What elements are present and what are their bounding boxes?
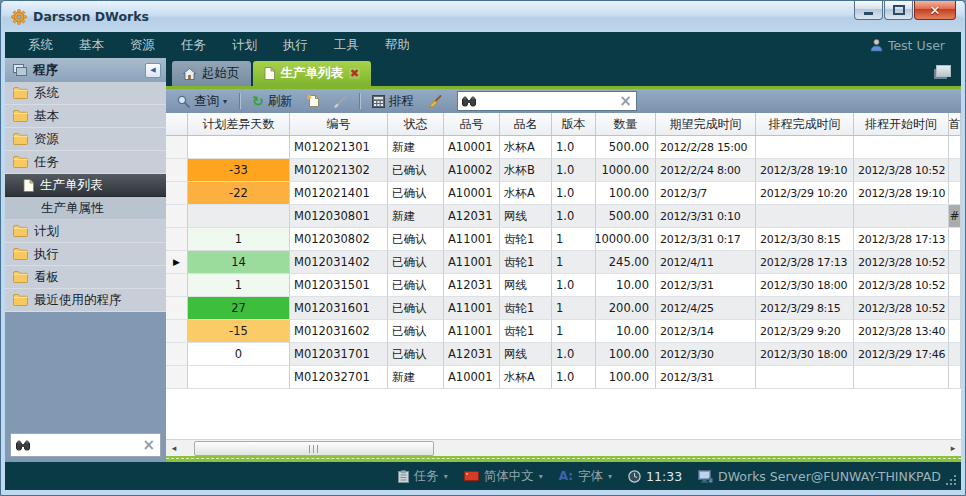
scrollbar-track[interactable]	[182, 440, 945, 456]
folder-icon	[13, 156, 28, 168]
sidebar-item[interactable]: 执行	[5, 243, 166, 266]
tab-inactive[interactable]: 起始页	[172, 61, 251, 86]
sidebar-item[interactable]: 看板	[5, 266, 166, 289]
sidebar-item[interactable]: 资源	[5, 128, 166, 151]
sidebar-item[interactable]: 任务	[5, 151, 166, 174]
column-header[interactable]: 排程完成时间	[756, 113, 854, 135]
tab-active[interactable]: 生产单列表✖	[253, 61, 372, 86]
table-cell: #	[949, 205, 961, 228]
table-cell: 2012/3/7	[656, 182, 756, 205]
menu-item[interactable]: 基本	[66, 37, 117, 54]
query-dropdown-caret-icon[interactable]: ▾	[223, 97, 227, 106]
table-row[interactable]: M012032701新建A10001水杯A1.0100.002012/3/31	[166, 366, 961, 389]
production-order-grid: 计划差异天数编号状态品号品名版本数量期望完成时间排程完成时间排程开始时间首 M0…	[166, 113, 961, 439]
row-indicator-cell	[166, 159, 188, 182]
edit-button[interactable]	[329, 93, 352, 110]
status-bar: 任务 ▾ 简体中文 ▾ A: 字体 ▾	[5, 462, 961, 490]
sidebar-item[interactable]: 基本	[5, 105, 166, 128]
menu-item[interactable]: 工具	[321, 37, 372, 54]
status-font-menu[interactable]: A: 字体 ▾	[559, 468, 612, 485]
diff-days-cell: -15	[188, 320, 290, 343]
menu-item[interactable]: 帮助	[372, 37, 423, 54]
table-cell: 2012/3/30 18:00	[756, 274, 854, 297]
table-cell: M012031501	[290, 274, 388, 297]
row-indicator-cell	[166, 297, 188, 320]
close-button[interactable]: ✕	[914, 1, 956, 20]
menu-item[interactable]: 系统	[15, 37, 66, 54]
column-header[interactable]: 状态	[388, 113, 444, 135]
toolbar-search-input[interactable]	[480, 93, 615, 109]
scroll-right-arrow-icon[interactable]: ▸	[945, 440, 961, 456]
horizontal-scrollbar[interactable]: ◂ ▸	[166, 439, 961, 456]
menu-item[interactable]: 执行	[270, 37, 321, 54]
column-header[interactable]: 排程开始时间	[854, 113, 949, 135]
sidebar-search-input[interactable]	[35, 437, 137, 453]
column-header[interactable]: 期望完成时间	[656, 113, 756, 135]
sidebar-item-label: 最近使用的程序	[34, 292, 122, 309]
query-button[interactable]: 查询 ▾	[172, 91, 232, 112]
table-row[interactable]: -33M012021302已确认A10002水杯B1.01000.002012/…	[166, 159, 961, 182]
table-cell: 2012/3/29 9:20	[756, 320, 854, 343]
sidebar-item-label: 生产单列表	[40, 177, 103, 194]
sidebar-item[interactable]: 计划	[5, 220, 166, 243]
status-server-name: DWorks Server@FUNWAY-THINKPAD	[718, 469, 941, 484]
column-header[interactable]: 编号	[290, 113, 388, 135]
table-cell: 新建	[388, 205, 444, 228]
status-language-menu[interactable]: 简体中文 ▾	[464, 468, 543, 485]
table-row[interactable]: ▶14M012031402已确认A11001齿轮11245.002012/4/1…	[166, 251, 961, 274]
clean-button[interactable]	[423, 93, 447, 110]
sidebar-item[interactable]: 系统	[5, 82, 166, 105]
column-header[interactable]: 数量	[596, 113, 656, 135]
restore-button[interactable]	[884, 1, 913, 20]
column-header[interactable]: 品号	[444, 113, 500, 135]
menu-item[interactable]: 任务	[168, 37, 219, 54]
new-document-icon	[307, 94, 320, 108]
toolbar-search-clear-icon[interactable]: ×	[619, 94, 632, 108]
table-row[interactable]: 1M012031501已确认A12031网线1.010.002012/3/312…	[166, 274, 961, 297]
tab-close-icon[interactable]: ✖	[349, 68, 360, 79]
column-header[interactable]: 首	[949, 113, 961, 135]
user-indicator[interactable]: Test User	[870, 38, 951, 53]
scrollbar-grip-icon	[309, 445, 320, 453]
table-row[interactable]: 0M012031701已确认A12031网线1.0100.002012/3/30…	[166, 343, 961, 366]
table-cell: A10001	[444, 182, 500, 205]
schedule-label: 排程	[389, 93, 414, 110]
calculator-icon	[372, 95, 385, 108]
sidebar-collapse-button[interactable]: ◀	[145, 63, 161, 78]
scroll-left-arrow-icon[interactable]: ◂	[166, 440, 182, 456]
table-cell: M012031601	[290, 297, 388, 320]
status-task-menu[interactable]: 任务 ▾	[398, 468, 448, 485]
table-row[interactable]: -22M012021401已确认A10001水杯A1.0100.002012/3…	[166, 182, 961, 205]
sidebar-item[interactable]: 生产单属性	[5, 197, 166, 220]
table-row[interactable]: M012021301新建A10001水杯A1.0500.002012/2/28 …	[166, 136, 961, 159]
float-window-icon[interactable]	[936, 65, 951, 77]
sidebar-item[interactable]: 生产单列表	[5, 174, 166, 197]
menu-item[interactable]: 资源	[117, 37, 168, 54]
sidebar-item-label: 计划	[34, 223, 59, 240]
sidebar-search-clear-icon[interactable]: ×	[142, 438, 155, 452]
column-header[interactable]: 版本	[552, 113, 596, 135]
status-clock: 11:33	[628, 469, 682, 484]
table-row[interactable]: 1M012030802已确认A11001齿轮1110000.002012/3/3…	[166, 228, 961, 251]
new-button[interactable]	[302, 92, 325, 110]
table-row[interactable]: M012030801新建A12031网线1.0500.002012/3/31 0…	[166, 205, 961, 228]
menu-item[interactable]: 计划	[219, 37, 270, 54]
table-row[interactable]: 27M012031601已确认A11001齿轮11200.002012/4/25…	[166, 297, 961, 320]
table-cell: 已确认	[388, 251, 444, 274]
table-cell: 已确认	[388, 320, 444, 343]
column-header[interactable]: 品名	[500, 113, 552, 135]
refresh-icon: ↻	[252, 95, 264, 108]
schedule-button[interactable]: 排程	[367, 91, 419, 112]
resize-grip-icon[interactable]	[954, 475, 956, 477]
table-cell: M012031701	[290, 343, 388, 366]
column-header[interactable]: 计划差异天数	[188, 113, 290, 135]
table-row[interactable]: -15M012031602已确认A11001齿轮1110.002012/3/14…	[166, 320, 961, 343]
clipboard-icon	[398, 470, 409, 483]
refresh-button[interactable]: ↻ 刷新	[247, 91, 298, 112]
table-cell: 新建	[388, 136, 444, 159]
scrollbar-thumb[interactable]	[194, 441, 434, 456]
table-cell: 500.00	[596, 136, 656, 159]
sidebar-item[interactable]: 最近使用的程序	[5, 289, 166, 312]
table-cell: 1.0	[552, 343, 596, 366]
minimize-button[interactable]	[854, 1, 883, 20]
